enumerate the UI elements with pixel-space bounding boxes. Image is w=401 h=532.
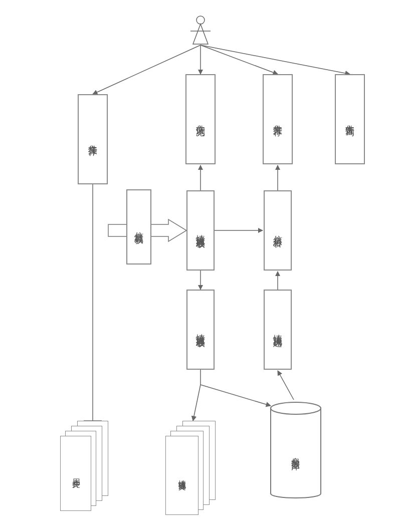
label-file-query: 文件查询 <box>344 117 356 121</box>
box-context-info-get-b: 情境信息获取 <box>186 290 215 370</box>
box-file-browse: 文件浏览 <box>185 74 216 164</box>
svg-line-5 <box>200 45 350 74</box>
diagram-canvas: 文件操作 文件浏览 文件推荐 文件查询 信息截获 情境信息获取 信息分析 情境信… <box>0 0 401 532</box>
box-info-intercept: 信息截获 <box>126 189 151 264</box>
box-file-query: 文件查询 <box>335 74 365 164</box>
label-info-analysis: 信息分析 <box>272 228 284 232</box>
label-file-browse: 文件浏览 <box>194 117 207 121</box>
label-context-info-get-a: 情境信息获取 <box>194 227 207 233</box>
box-context-flow-build: 情境流构建 <box>264 290 292 370</box>
svg-line-4 <box>200 45 278 74</box>
db-label-wrap: 全局数据库 <box>281 416 311 491</box>
label-file-operation: 文件操作 <box>87 137 99 141</box>
box-context-info-get-a: 情境信息获取 <box>186 190 215 271</box>
svg-point-0 <box>196 16 205 24</box>
label-database: 全局数据库 <box>290 451 302 456</box>
svg-line-2 <box>93 45 200 94</box>
svg-line-11 <box>278 371 294 400</box>
box-file-recommend: 文件推荐 <box>263 74 293 164</box>
stack-user-files: 用户文件 <box>60 421 115 511</box>
box-info-analysis: 信息分析 <box>264 190 292 271</box>
label-context-info-get-b: 情境信息获取 <box>194 327 207 333</box>
stack-context-flow-def: 情境流描述文件 <box>165 421 226 516</box>
svg-point-18 <box>271 402 321 414</box>
svg-line-13 <box>193 385 200 421</box>
label-info-intercept: 信息截获 <box>133 225 145 229</box>
label-context-flow-build: 情境流构建 <box>272 327 284 332</box>
label-user-files: 用户文件 <box>71 472 81 474</box>
svg-line-14 <box>200 385 271 406</box>
box-file-operation: 文件操作 <box>78 94 108 184</box>
label-context-flow-def: 情境流描述文件 <box>177 474 187 477</box>
label-file-recommend: 文件推荐 <box>272 117 284 121</box>
